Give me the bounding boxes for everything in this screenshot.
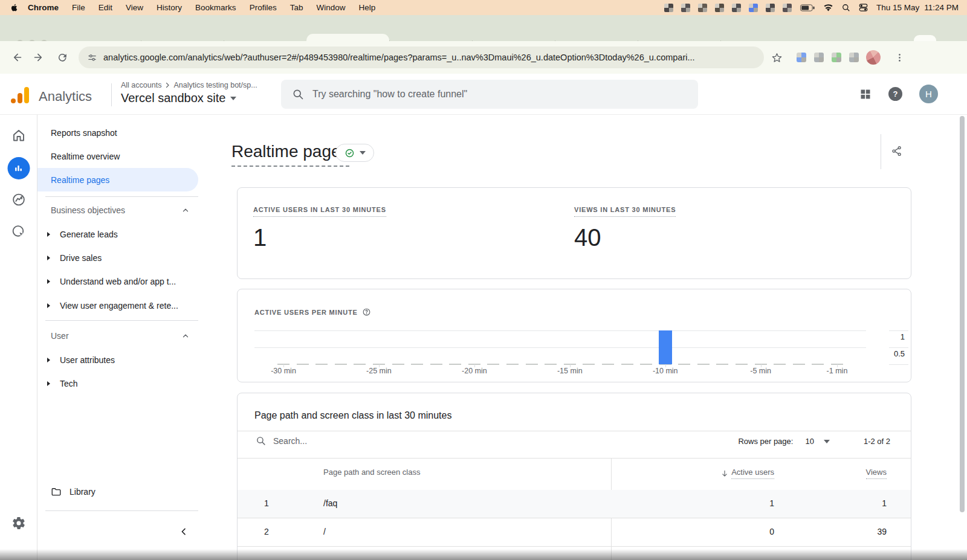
site-settings-icon[interactable] (87, 53, 97, 63)
battery-icon[interactable] (800, 4, 815, 11)
column-header-page-path[interactable]: Page path and screen class (323, 468, 420, 477)
global-search[interactable] (281, 80, 698, 109)
expand-arrow-icon[interactable] (47, 256, 50, 260)
nav-item-drive-sales[interactable]: Drive sales (37, 246, 205, 269)
help-circle-icon[interactable] (362, 307, 371, 317)
menu-file[interactable]: File (65, 3, 92, 12)
nav-section-business-objectives[interactable]: Business objectives (37, 201, 198, 219)
apple-menu-icon[interactable] (10, 2, 19, 13)
pixelated-icon[interactable] (783, 4, 792, 12)
pixelated-icon[interactable] (681, 4, 690, 12)
reload-button[interactable] (51, 46, 74, 69)
forward-button[interactable] (28, 46, 51, 69)
pixelated-icon[interactable] (715, 4, 724, 12)
table-row[interactable]: 1 /faq 1 1 (238, 490, 911, 518)
row-views: 39 (877, 527, 887, 536)
chrome-menu-icon[interactable] (888, 46, 911, 69)
expand-arrow-icon[interactable] (47, 279, 50, 284)
status-app-icons[interactable] (664, 4, 792, 12)
menu-edit[interactable]: Edit (92, 3, 119, 12)
nav-section-user[interactable]: User (37, 327, 198, 345)
breadcrumb-all-accounts[interactable]: All accounts (121, 81, 161, 89)
pixelated-icon[interactable] (766, 4, 775, 12)
bookmark-star-icon[interactable] (765, 46, 788, 69)
back-button[interactable] (5, 46, 28, 69)
chevron-up-icon[interactable] (181, 332, 190, 340)
column-header-views[interactable]: Views (866, 468, 887, 479)
table-row[interactable]: 2 / 0 39 (238, 518, 911, 546)
active-users-bar[interactable] (659, 330, 672, 364)
page-scrollbar[interactable] (960, 116, 965, 512)
menu-profiles[interactable]: Profiles (243, 3, 283, 12)
nav-item-realtime-overview[interactable]: Realtime overview (37, 144, 205, 168)
minute-baseline-dash (526, 364, 538, 365)
advertising-icon[interactable] (11, 224, 26, 239)
expand-arrow-icon[interactable] (47, 358, 50, 362)
nav-item-generate-leads[interactable]: Generate leads (37, 222, 205, 246)
profile-avatar[interactable] (866, 50, 881, 65)
address-bar[interactable]: analytics.google.com/analytics/web/?auth… (79, 47, 764, 68)
home-icon[interactable] (11, 128, 26, 143)
account-avatar[interactable]: H (919, 85, 938, 103)
menu-help[interactable]: Help (352, 3, 382, 12)
share-report-button[interactable] (888, 143, 905, 159)
pixelated-icon[interactable] (849, 53, 859, 62)
nav-item-understand-web-app[interactable]: Understand web and/or app t... (37, 269, 205, 293)
expand-arrow-icon[interactable] (47, 232, 50, 237)
rows-per-page-value[interactable]: 10 (805, 437, 813, 446)
analytics-header: Analytics All accounts Analytics testing… (0, 74, 967, 115)
pixelated-icon[interactable] (797, 53, 806, 62)
analytics-logo[interactable] (11, 86, 33, 104)
help-button[interactable]: ? (888, 87, 902, 101)
pixelated-icon[interactable] (749, 4, 758, 12)
nav-item-realtime-pages[interactable]: Realtime pages (37, 168, 198, 191)
diagnostics-grid-icon[interactable] (859, 88, 872, 100)
nav-item-tech[interactable]: Tech (37, 372, 205, 395)
y-tick-0-5: 0.5 (879, 349, 905, 358)
menu-history[interactable]: History (150, 3, 189, 12)
menu-chrome[interactable]: Chrome (21, 3, 65, 12)
breadcrumb[interactable]: All accounts Analytics testing bot/sp... (121, 81, 257, 89)
pixelated-icon[interactable] (732, 4, 741, 12)
nav-item-user-attributes[interactable]: User attributes (37, 348, 205, 372)
wifi-icon[interactable] (823, 4, 833, 11)
spotlight-icon[interactable] (842, 4, 850, 12)
control-center-icon[interactable] (859, 3, 868, 12)
chevron-down-icon[interactable] (824, 440, 830, 443)
explore-icon[interactable] (11, 192, 26, 207)
property-selector[interactable]: Vercel sandbox site (121, 91, 236, 105)
pixelated-icon[interactable] (698, 4, 707, 12)
data-status-pill[interactable] (335, 144, 374, 162)
row-index: 2 (264, 527, 269, 536)
minute-baseline-dash (678, 364, 690, 365)
nav-item-reports-snapshot[interactable]: Reports snapshot (37, 121, 205, 144)
extension-icons[interactable] (797, 53, 859, 62)
search-input[interactable] (312, 89, 687, 100)
menu-bar-clock[interactable]: Thu 15 May 11:24 PM (876, 3, 959, 12)
table-search[interactable] (256, 436, 406, 446)
pixelated-icon[interactable] (832, 53, 841, 62)
column-header-active-users[interactable]: Active users (720, 468, 774, 479)
menu-window[interactable]: Window (309, 3, 352, 12)
nav-item-view-user-engagement[interactable]: View user engagement & rete... (37, 294, 205, 317)
expand-arrow-icon[interactable] (47, 303, 50, 308)
admin-gear-icon[interactable] (11, 516, 26, 530)
macos-menu-bar: Chrome File Edit View History Bookmarks … (0, 0, 967, 15)
collapse-nav-button[interactable] (175, 523, 192, 540)
chevron-up-icon[interactable] (181, 206, 190, 214)
table-search-input[interactable] (273, 436, 406, 446)
menu-bookmarks[interactable]: Bookmarks (189, 3, 243, 12)
analytics-product-name[interactable]: Analytics (39, 89, 92, 105)
table-pagination-controls: Rows per page: 10 1-2 of 2 (738, 437, 890, 446)
menu-view[interactable]: View (119, 3, 150, 12)
breadcrumb-account[interactable]: Analytics testing bot/sp... (173, 81, 257, 89)
url-text[interactable]: analytics.google.com/analytics/web/?auth… (103, 53, 695, 62)
pixelated-icon[interactable] (814, 53, 824, 62)
pixelated-icon[interactable] (664, 4, 673, 12)
nav-item-library[interactable]: Library (37, 480, 205, 503)
metric-label[interactable]: VIEWS IN LAST 30 MINUTES (574, 206, 676, 217)
expand-arrow-icon[interactable] (47, 381, 50, 386)
menu-tab[interactable]: Tab (283, 3, 310, 12)
metric-label[interactable]: ACTIVE USERS IN LAST 30 MINUTES (253, 206, 386, 217)
reports-icon[interactable] (7, 157, 30, 179)
